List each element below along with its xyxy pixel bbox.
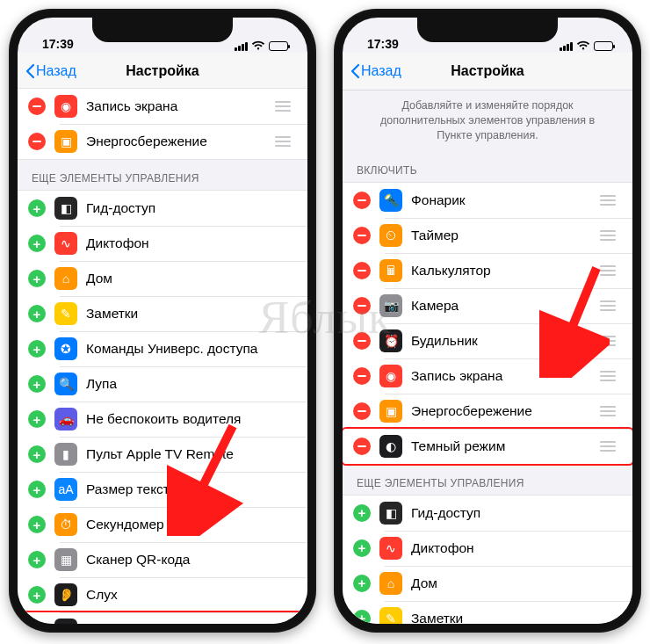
remove-button[interactable] — [353, 262, 371, 279]
add-button[interactable]: + — [353, 539, 371, 557]
row-label: Лупа — [86, 376, 307, 392]
add-button[interactable]: + — [28, 481, 46, 498]
add-button[interactable]: + — [353, 504, 371, 522]
settings-row[interactable]: +▮Пульт Apple TV Remote — [18, 437, 307, 472]
settings-row[interactable]: ◉Запись экрана — [343, 358, 632, 394]
drag-handle-icon[interactable] — [596, 300, 620, 311]
add-button[interactable]: + — [28, 410, 46, 428]
drag-handle-icon[interactable] — [596, 265, 620, 276]
wifi-icon — [251, 40, 265, 51]
remove-button[interactable] — [28, 133, 46, 150]
settings-row[interactable]: +🔍Лупа — [18, 366, 307, 402]
row-label: Дом — [86, 271, 307, 286]
settings-row[interactable]: ▣Энергосбережение — [18, 124, 307, 159]
row-label: Запись экрана — [411, 368, 596, 384]
settings-row[interactable]: +👂Слух — [18, 577, 307, 612]
settings-row[interactable]: +∿Диктофон — [343, 531, 632, 566]
add-button[interactable]: + — [28, 621, 46, 624]
intro-text: Добавляйте и изменяйте порядок дополните… — [343, 88, 632, 152]
dark-mode-icon: ◐ — [54, 619, 77, 624]
home-icon: ⌂ — [54, 267, 77, 290]
row-label: Гид-доступ — [411, 505, 632, 521]
settings-row[interactable]: ▣Энергосбережение — [343, 394, 632, 429]
add-button[interactable]: + — [28, 235, 46, 252]
content-right[interactable]: Добавляйте и изменяйте порядок дополните… — [343, 88, 632, 624]
back-button[interactable]: Назад — [350, 53, 401, 90]
back-button[interactable]: Назад — [25, 53, 76, 90]
add-button[interactable]: + — [28, 586, 46, 604]
row-label: Камера — [411, 298, 596, 314]
row-label: Команды Универс. доступа — [86, 341, 307, 357]
row-label: Диктофон — [86, 235, 307, 251]
settings-row[interactable]: 📷Камера — [343, 288, 632, 323]
home-icon: ⌂ — [379, 572, 402, 595]
drag-handle-icon[interactable] — [596, 441, 620, 452]
flashlight-icon: 🔦 — [379, 189, 402, 212]
row-label: Дом — [411, 575, 632, 591]
remove-button[interactable] — [353, 367, 371, 385]
settings-row[interactable]: +⏱Секундомер — [18, 507, 307, 542]
content-left[interactable]: ◉Запись экрана▣Энергосбережение ЕЩЕ ЭЛЕМ… — [18, 88, 307, 624]
settings-row[interactable]: +▦Сканер QR-кода — [18, 542, 307, 577]
settings-row[interactable]: ⏰Будильник — [343, 323, 632, 358]
section-header-more: ЕЩЕ ЭЛЕМЕНТЫ УПРАВЛЕНИЯ — [18, 160, 307, 190]
add-button[interactable]: + — [28, 270, 46, 287]
add-button[interactable]: + — [28, 516, 46, 533]
text-size-icon: aA — [54, 478, 77, 501]
row-label: Заметки — [411, 611, 632, 624]
dark-mode-icon: ◐ — [379, 435, 402, 458]
settings-row[interactable]: +✎Заметки — [343, 601, 632, 624]
back-label: Назад — [361, 63, 401, 79]
row-label: Темный режим — [86, 622, 307, 624]
drag-handle-icon[interactable] — [596, 195, 620, 206]
status-right — [560, 40, 613, 51]
screen-right: 17:39 Назад Настройка Добавляйте и измен… — [343, 18, 632, 624]
remove-button[interactable] — [353, 438, 371, 455]
settings-row[interactable]: +⌂Дом — [343, 566, 632, 601]
hearing-icon: 👂 — [54, 583, 77, 606]
stopwatch-icon: ⏱ — [54, 513, 77, 536]
settings-row[interactable]: +⌂Дом — [18, 261, 307, 296]
settings-row[interactable]: +◐Темный режим — [18, 612, 307, 624]
add-button[interactable]: + — [28, 375, 46, 393]
settings-row[interactable]: +◧Гид-доступ — [18, 191, 307, 226]
remove-button[interactable] — [353, 402, 371, 420]
add-button[interactable]: + — [28, 445, 46, 463]
drag-handle-icon[interactable] — [596, 336, 620, 346]
magnifier-icon: 🔍 — [54, 373, 77, 395]
add-button[interactable]: + — [28, 551, 46, 568]
drag-handle-icon[interactable] — [271, 136, 295, 147]
calculator-icon: 🖩 — [379, 259, 402, 282]
add-button[interactable]: + — [353, 610, 371, 624]
settings-row[interactable]: 🔦Фонарик — [343, 183, 632, 218]
drag-handle-icon[interactable] — [596, 406, 620, 416]
settings-row[interactable]: ◐Темный режим — [343, 429, 632, 464]
add-button[interactable]: + — [28, 199, 46, 217]
battery-icon: ▣ — [54, 130, 77, 153]
settings-row[interactable]: +🚗Не беспокоить водителя — [18, 402, 307, 437]
camera-icon: 📷 — [379, 294, 402, 317]
remove-button[interactable] — [353, 192, 371, 209]
settings-row[interactable]: +◧Гид-доступ — [343, 496, 632, 531]
settings-row[interactable]: 🖩Калькулятор — [343, 253, 632, 288]
page-title: Настройка — [451, 63, 524, 79]
drag-handle-icon[interactable] — [271, 101, 295, 112]
settings-row[interactable]: +aAРазмер текста — [18, 472, 307, 507]
remove-button[interactable] — [353, 332, 371, 350]
add-button[interactable]: + — [353, 575, 371, 592]
section-header-more: ЕЩЕ ЭЛЕМЕНТЫ УПРАВЛЕНИЯ — [343, 465, 632, 495]
add-button[interactable]: + — [28, 305, 46, 322]
settings-row[interactable]: +✎Заметки — [18, 296, 307, 331]
settings-row[interactable]: +✪Команды Универс. доступа — [18, 331, 307, 366]
settings-row[interactable]: +∿Диктофон — [18, 226, 307, 261]
drag-handle-icon[interactable] — [596, 230, 620, 241]
row-label: Сканер QR-кода — [86, 552, 307, 568]
remove-button[interactable] — [28, 98, 46, 115]
settings-row[interactable]: ⏲Таймер — [343, 218, 632, 253]
add-button[interactable]: + — [28, 340, 46, 358]
settings-row[interactable]: ◉Запись экрана — [18, 89, 307, 124]
guided-access-icon: ◧ — [379, 502, 402, 525]
remove-button[interactable] — [353, 227, 371, 244]
remove-button[interactable] — [353, 297, 371, 315]
drag-handle-icon[interactable] — [596, 371, 620, 381]
